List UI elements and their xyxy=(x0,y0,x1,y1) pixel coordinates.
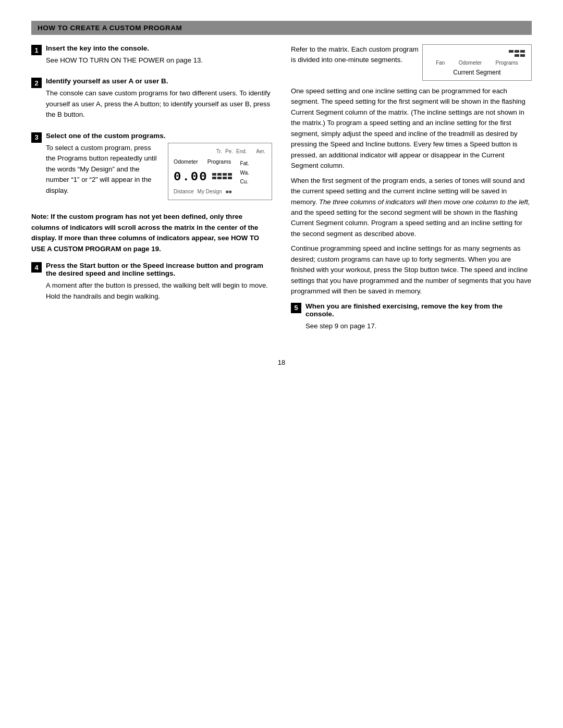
step-1-body: See HOW TO TURN ON THE POWER on page 13. xyxy=(46,55,272,66)
step-3-body: Tr. Pe. End. Aer. Odometer xyxy=(46,143,272,204)
left-column: 1 Insert the key into the console. See H… xyxy=(31,44,272,343)
section-header-title: HOW TO CREATE A CUSTOM PROGRAM xyxy=(38,24,182,32)
indicator-block xyxy=(212,177,216,179)
step-5: 5 When you are finished exercising, remo… xyxy=(291,302,532,336)
step-3: 3 Select one of the custom programs. Tr.… xyxy=(31,132,272,204)
display-bottom: Distance My Design ■■ xyxy=(174,188,232,196)
indicator-block xyxy=(223,173,227,176)
italic-phrase: The three columns of indicators will the… xyxy=(319,198,530,206)
display-top-labels: Tr. Pe. End. Aer. xyxy=(174,147,266,156)
current-segment-diagram: Fan Odometer Programs Current Segment xyxy=(422,44,532,81)
step-2-title: Identify yourself as user A or user B. xyxy=(46,77,272,85)
diag-indicator xyxy=(509,50,513,53)
current-segment-label: Current Segment xyxy=(429,69,525,76)
diagram-labels: Fan Odometer Programs xyxy=(429,60,525,66)
step-1-number: 1 xyxy=(31,45,42,55)
diag-indicator xyxy=(520,50,525,53)
step-4: 4 Press the Start button or the Speed in… xyxy=(31,262,272,306)
step-1-content: Insert the key into the console. See HOW… xyxy=(46,44,272,70)
step-3-title: Select one of the custom programs. xyxy=(46,132,272,140)
right-intro-section: Fan Odometer Programs Current Segment Re… xyxy=(291,44,532,86)
diag-indicator xyxy=(520,54,525,57)
page-container: HOW TO CREATE A CUSTOM PROGRAM 1 Insert … xyxy=(31,21,532,366)
indicator-block xyxy=(228,177,232,179)
indicator-block xyxy=(217,177,222,179)
two-col-layout: 1 Insert the key into the console. See H… xyxy=(31,44,532,343)
step-2-content: Identify yourself as user A or user B. T… xyxy=(46,77,272,124)
step-5-content: When you are finished exercising, remove… xyxy=(305,302,532,336)
step-2: 2 Identify yourself as user A or user B.… xyxy=(31,77,272,124)
section-header: HOW TO CREATE A CUSTOM PROGRAM xyxy=(31,21,532,35)
display-number: 0.00 xyxy=(174,167,208,187)
diag-indicator xyxy=(515,50,519,53)
step-1-title: Insert the key into the console. xyxy=(46,44,272,52)
indicator-block xyxy=(223,177,227,179)
step-2-number: 2 xyxy=(31,78,42,88)
step-5-number: 5 xyxy=(291,303,301,313)
step-4-title: Press the Start button or the Speed incr… xyxy=(46,262,272,277)
display-diagram: Tr. Pe. End. Aer. Odometer xyxy=(168,143,272,200)
right-column: Fan Odometer Programs Current Segment Re… xyxy=(291,44,532,343)
step-4-content: Press the Start button or the Speed incr… xyxy=(46,262,272,306)
diag-indicator xyxy=(515,54,519,57)
step-1: 1 Insert the key into the console. See H… xyxy=(31,44,272,70)
step-5-title: When you are finished exercising, remove… xyxy=(305,302,532,318)
step-4-body: A moment after the button is pressed, th… xyxy=(46,280,272,302)
display-col-labels: Odometer Programs xyxy=(174,157,232,166)
indicator-block xyxy=(228,173,232,176)
step-3-number: 3 xyxy=(31,132,42,143)
step-note: Note: If the custom program has not yet … xyxy=(31,212,272,254)
step-4-number: 4 xyxy=(31,262,42,273)
step-3-content: Select one of the custom programs. Tr. P… xyxy=(46,132,272,204)
page-number: 18 xyxy=(31,359,532,366)
indicator-block xyxy=(212,173,216,176)
step-2-body: The console can save custom programs for… xyxy=(46,88,272,120)
right-body-text: One speed setting and one incline settin… xyxy=(291,86,532,297)
step-5-body: See step 9 on page 17. xyxy=(305,321,532,331)
indicator-block xyxy=(217,173,222,176)
